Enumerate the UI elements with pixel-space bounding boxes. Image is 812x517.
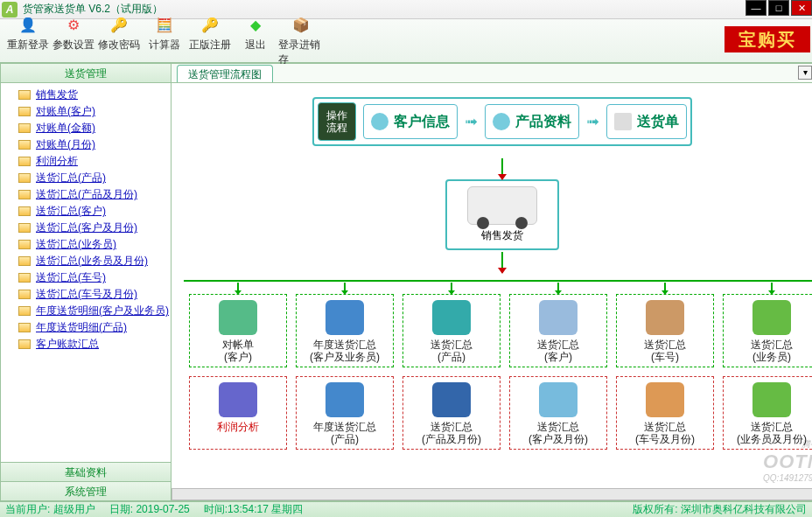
sidebar-item[interactable]: 年度送货明细(客户及业务员) (3, 303, 169, 319)
sidebar-item-label: 送货汇总(业务员及月份) (36, 254, 148, 269)
sidebar-item-label: 年度送货明细(产品) (36, 320, 127, 335)
report-cell[interactable]: 送货汇总(产品) (402, 294, 500, 367)
report-cell[interactable]: 送货汇总(业务员及月份) (723, 376, 812, 450)
report-icon (752, 382, 791, 417)
sidebar-item[interactable]: 对账单(金额) (3, 120, 169, 136)
folder-icon (18, 206, 31, 216)
toolbar-icon: ⚙ (63, 15, 84, 36)
report-cell[interactable]: 利润分析 (189, 376, 287, 450)
sidebar-item-label: 利润分析 (36, 154, 78, 169)
horizontal-scrollbar[interactable] (172, 488, 812, 500)
report-cell[interactable]: 送货汇总(业务员) (723, 294, 812, 367)
toolbar-label: 参数设置 (52, 38, 94, 52)
sidebar-section-system[interactable]: 系统管理 (1, 481, 171, 500)
report-label: 送货汇总(客户及月份) (512, 421, 605, 445)
flow-start: 操作 流程 (318, 102, 356, 141)
report-icon (752, 300, 791, 335)
connector-line (451, 283, 452, 295)
sidebar-item-label: 对账单(客户) (36, 104, 95, 119)
maximize-button[interactable]: □ (768, 0, 789, 16)
report-cell[interactable]: 送货汇总(产品及月份) (402, 376, 500, 450)
folder-icon (18, 306, 31, 316)
report-cell[interactable]: 年度送货汇总(客户及业务员) (296, 294, 394, 367)
toolbar-label: 退出 (245, 38, 266, 52)
folder-icon (18, 339, 31, 349)
report-label: 送货汇总(产品) (405, 339, 498, 363)
flow-node-sale[interactable]: 销售发货 (445, 179, 559, 250)
report-cell[interactable]: 送货汇总(客户及月份) (509, 376, 607, 450)
buy-banner[interactable]: 宝购买 (724, 26, 810, 52)
flow-node-sale-label: 销售发货 (458, 228, 547, 243)
folder-icon (18, 323, 31, 332)
report-icon (539, 300, 578, 335)
toolbar-label: 修改密码 (98, 38, 140, 52)
sidebar-item[interactable]: 送货汇总(客户) (3, 203, 169, 220)
connector-line (557, 283, 559, 295)
connector-line (501, 158, 503, 179)
flow-node-customer[interactable]: 客户信息 (363, 104, 458, 139)
tab-controls: ▾ ✕ (798, 66, 812, 80)
tab-flowchart[interactable]: 送货管理流程图 (177, 65, 273, 82)
sidebar-item[interactable]: 送货汇总(车号) (3, 269, 169, 286)
sidebar-section-basic[interactable]: 基础资料 (1, 462, 171, 481)
report-icon (432, 300, 471, 335)
flow-node-delivery[interactable]: 送货单 (606, 104, 687, 139)
folder-icon (18, 173, 31, 183)
tab-dropdown-button[interactable]: ▾ (798, 66, 812, 80)
toolbar-计算器[interactable]: 🧮计算器 (142, 15, 187, 67)
connector-line (771, 283, 773, 295)
report-cell[interactable]: 送货汇总(客户) (509, 294, 607, 367)
flow-node-product[interactable]: 产品资料 (485, 104, 579, 139)
sidebar-item[interactable]: 客户账款汇总 (3, 336, 169, 353)
folder-icon (18, 256, 31, 266)
statusbar: 当前用户: 超级用户 日期: 2019-07-25 时间:13:54:17 星期… (0, 501, 812, 517)
customer-icon (371, 113, 388, 130)
folder-icon (18, 290, 31, 299)
sidebar-item[interactable]: 送货汇总(业务员及月份) (3, 253, 169, 269)
connector-line (344, 283, 346, 295)
toolbar-参数设置[interactable]: ⚙参数设置 (51, 15, 96, 67)
sidebar-item[interactable]: 送货汇总(业务员) (3, 236, 169, 253)
sidebar-item[interactable]: 送货汇总(产品及月份) (3, 186, 169, 203)
sidebar-item[interactable]: 年度送货明细(产品) (3, 319, 169, 336)
report-cell[interactable]: 年度送货汇总(产品) (296, 376, 394, 450)
folder-icon (18, 107, 31, 116)
sidebar-item[interactable]: 对账单(客户) (3, 103, 169, 120)
sidebar-item-label: 送货汇总(产品及月份) (36, 187, 137, 202)
report-cell[interactable]: 送货汇总(车号及月份) (616, 376, 714, 450)
sidebar-item-label: 对账单(月份) (36, 137, 95, 152)
delivery-icon (614, 113, 632, 130)
arrow-icon: ➟ (586, 112, 599, 131)
toolbar-修改密码[interactable]: 🔑修改密码 (96, 15, 142, 67)
tabrow: 送货管理流程图 ▾ ✕ (172, 64, 812, 83)
folder-icon (18, 90, 31, 100)
report-label: 对帐单(客户) (192, 339, 284, 363)
sidebar-tree: 销售发货对账单(客户)对账单(金额)对账单(月份)利润分析送货汇总(产品)送货汇… (1, 83, 171, 462)
report-cell[interactable]: 对帐单(客户) (189, 294, 287, 367)
sidebar-item-label: 送货汇总(业务员) (36, 237, 116, 252)
folder-icon (18, 273, 31, 283)
toolbar-退出[interactable]: ◆退出 (233, 15, 278, 67)
toolbar-icon: 👤 (18, 15, 38, 36)
sidebar-item[interactable]: 送货汇总(客户及月份) (3, 220, 169, 236)
van-icon (467, 186, 537, 225)
sidebar-item[interactable]: 利润分析 (3, 153, 169, 170)
report-cell[interactable]: 送货汇总(车号) (616, 294, 714, 367)
sidebar-item[interactable]: 销售发货 (3, 87, 169, 103)
close-button[interactable]: ✕ (791, 0, 812, 16)
connector-line (237, 283, 239, 295)
toolbar-重新登录[interactable]: 👤重新登录 (5, 15, 51, 67)
toolbar-icon: 🔑 (200, 15, 220, 36)
toolbar-icon: 🔑 (108, 15, 130, 36)
toolbar-正版注册[interactable]: 🔑正版注册 (187, 15, 233, 67)
report-label: 利润分析 (192, 421, 284, 433)
report-label: 送货汇总(客户) (512, 339, 605, 363)
toolbar-登录进销存[interactable]: 📦登录进销存 (278, 15, 324, 67)
sidebar-item[interactable]: 对账单(月份) (3, 136, 169, 153)
minimize-button[interactable]: — (746, 0, 766, 16)
sidebar-item-label: 送货汇总(客户及月份) (36, 220, 137, 235)
sidebar-item[interactable]: 送货汇总(车号及月份) (3, 286, 169, 303)
flow-row: 操作 流程 客户信息 ➟ 产品资料 ➟ 送货单 (312, 97, 692, 146)
sidebar-item[interactable]: 送货汇总(产品) (3, 170, 169, 186)
connector-line (664, 283, 666, 295)
